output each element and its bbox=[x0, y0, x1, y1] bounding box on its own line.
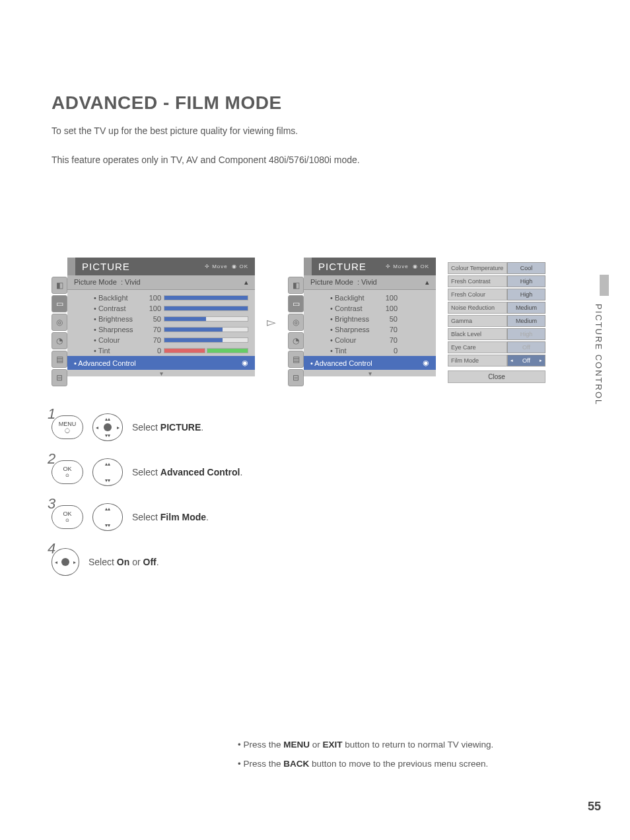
step-4: 4 ◂▸ Select On or Off. bbox=[52, 548, 578, 576]
step-4-text: Select On or Off. bbox=[88, 557, 159, 567]
arrow-up-icon: ▴ bbox=[244, 278, 248, 287]
advanced-popup: Colour TemperatureCool Fresh ContrastHig… bbox=[448, 262, 545, 383]
osd-menus: ◧ ▭ ◎ ◔ ▤ ⊟ PICTURE ✢ Move ◉ OK Picture … bbox=[52, 258, 578, 387]
noise-reduction-value[interactable]: Medium bbox=[507, 302, 545, 314]
ok-button-icon: OK⊙ bbox=[52, 505, 83, 529]
sidebar-icon-4: ◔ bbox=[52, 332, 67, 349]
osd-right: ◧ ▭ ◎ ◔ ▤ ⊟ PICTURE✢ Move ◉ OK Picture M… bbox=[288, 258, 436, 387]
gamma-value[interactable]: Medium bbox=[507, 315, 545, 327]
osd-title-bar: PICTURE ✢ Move ◉ OK bbox=[67, 258, 255, 275]
note-1: • Press the MENU or EXIT button to retur… bbox=[238, 740, 493, 750]
film-mode-value[interactable]: ◂Off▸ bbox=[507, 355, 545, 367]
fresh-contrast-value[interactable]: High bbox=[507, 275, 545, 287]
page-number: 55 bbox=[588, 800, 601, 814]
steps: 1 MENU◯ ▴▴▾▾◂▸ Select PICTURE. 2 OK⊙ ▴▴▾… bbox=[52, 413, 578, 576]
page-title: ADVANCED - FILM MODE bbox=[52, 92, 578, 114]
dpad-vertical-icon: ▴▴▾▾ bbox=[92, 503, 123, 531]
picture-mode-row: Picture Mode : Vivid ▴ bbox=[67, 275, 255, 290]
intro-text-1: To set the TV up for the best picture qu… bbox=[52, 125, 578, 136]
sidebar-icon-1: ◧ bbox=[52, 277, 67, 294]
dpad-horizontal-icon: ◂▸ bbox=[52, 548, 79, 576]
step-3-text: Select Film Mode. bbox=[132, 512, 209, 522]
step-3: 3 OK⊙ ▴▴▾▾ Select Film Mode. bbox=[52, 503, 578, 531]
osd-hints: ✢ Move ◉ OK bbox=[205, 263, 248, 269]
fresh-colour-value[interactable]: High bbox=[507, 289, 545, 300]
footer-notes: • Press the MENU or EXIT button to retur… bbox=[238, 740, 493, 778]
note-2: • Press the BACK button to move to the p… bbox=[238, 759, 493, 769]
sidebar-icon-5: ▤ bbox=[52, 351, 67, 368]
step-1-text: Select PICTURE. bbox=[132, 422, 203, 433]
sidebar-icon-3: ◎ bbox=[52, 314, 67, 331]
step-2-text: Select Advanced Control. bbox=[132, 467, 242, 477]
dpad-vertical-icon: ▴▴▾▾ bbox=[92, 458, 123, 486]
dpad-icon: ▴▴▾▾◂▸ bbox=[92, 413, 123, 441]
arrow-right-icon: ▻ bbox=[267, 315, 276, 330]
setting-rows: • Backlight100 • Contrast100 • Brightnes… bbox=[67, 290, 255, 356]
menu-button-icon: MENU◯ bbox=[52, 415, 83, 439]
page: ADVANCED - FILM MODE To set the TV up fo… bbox=[0, 0, 630, 840]
arrow-down-icon: ▾ bbox=[67, 370, 255, 376]
sidebar-icon-6: ⊟ bbox=[52, 369, 67, 386]
sidebar-icon-picture: ▭ bbox=[52, 295, 67, 312]
osd-title: PICTURE bbox=[82, 261, 130, 272]
intro-text-2: This feature operates only in TV, AV and… bbox=[52, 155, 578, 165]
close-button[interactable]: Close bbox=[448, 370, 545, 383]
colour-temp-value[interactable]: Cool bbox=[507, 262, 545, 274]
section-label: PICTURE CONTROL bbox=[594, 304, 604, 405]
ok-dot-icon: ◉ bbox=[242, 359, 248, 367]
ok-button-icon: OK⊙ bbox=[52, 460, 83, 484]
side-tab-box bbox=[600, 275, 609, 296]
step-number: 1 bbox=[48, 405, 55, 423]
step-2: 2 OK⊙ ▴▴▾▾ Select Advanced Control. bbox=[52, 458, 578, 486]
osd-sidebar: ◧ ▭ ◎ ◔ ▤ ⊟ bbox=[52, 258, 67, 387]
black-level-value: High bbox=[507, 328, 545, 340]
osd-left: ◧ ▭ ◎ ◔ ▤ ⊟ PICTURE ✢ Move ◉ OK Picture … bbox=[52, 258, 255, 387]
advanced-control-row[interactable]: • Advanced Control ◉ bbox=[67, 356, 255, 370]
step-1: 1 MENU◯ ▴▴▾▾◂▸ Select PICTURE. bbox=[52, 413, 578, 441]
eye-care-value: Off bbox=[507, 341, 545, 353]
